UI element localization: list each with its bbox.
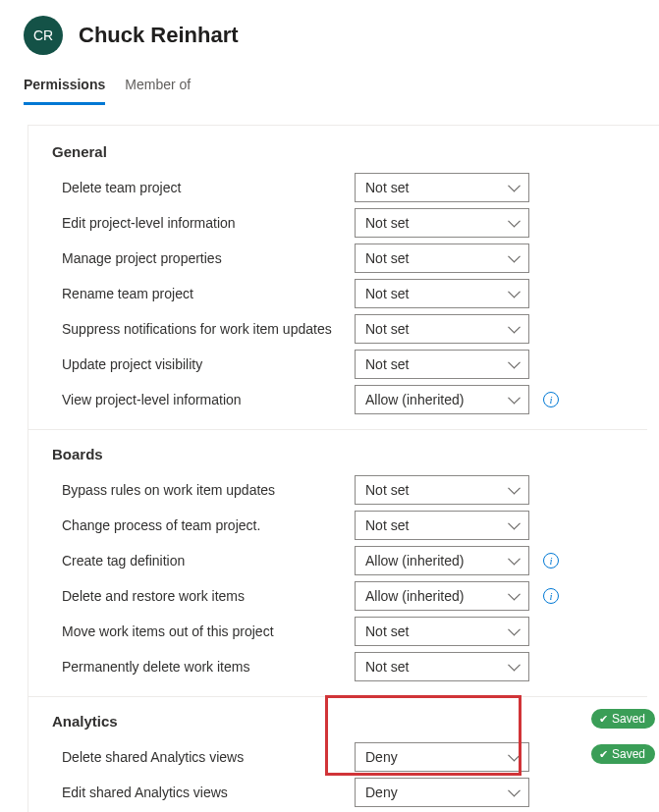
tab-permissions[interactable]: Permissions (24, 71, 105, 105)
perm-label: Manage project properties (52, 250, 347, 266)
perm-value: Allow (inherited) (365, 553, 464, 568)
info-icon[interactable]: i (543, 553, 559, 568)
perm-label: Delete shared Analytics views (52, 749, 347, 765)
perm-value: Not set (365, 250, 409, 266)
perm-label: Move work items out of this project (52, 623, 347, 639)
info-icon[interactable]: i (543, 588, 559, 604)
perm-select[interactable]: Not set (355, 652, 529, 681)
perm-select[interactable]: Allow (inherited) (355, 546, 529, 575)
perm-select[interactable]: Allow (inherited) (355, 385, 529, 414)
perm-label: Edit project-level information (52, 215, 347, 231)
perm-label: Delete and restore work items (52, 588, 347, 604)
perm-select[interactable]: Deny (355, 778, 529, 807)
perm-label: Change process of team project. (52, 517, 347, 533)
perm-select[interactable]: Not set (355, 617, 529, 646)
saved-badge: ✔ Saved (591, 744, 655, 764)
saved-badge: ✔ Saved (591, 709, 655, 729)
section-title-analytics: Analytics (52, 713, 647, 730)
perm-select[interactable]: Not set (355, 511, 529, 540)
check-icon: ✔ (599, 748, 608, 761)
perm-value: Not set (365, 659, 409, 675)
perm-select[interactable]: Not set (355, 208, 529, 238)
perm-value: Not set (365, 356, 409, 372)
section-title-general: General (52, 143, 647, 160)
perm-label: Edit shared Analytics views (52, 785, 347, 800)
perm-value: Not set (365, 517, 409, 533)
perm-label: Permanently delete work items (52, 659, 347, 675)
info-icon[interactable]: i (543, 392, 559, 407)
perm-value: Deny (365, 749, 398, 765)
perm-select[interactable]: Not set (355, 314, 529, 344)
divider (28, 429, 647, 430)
perm-select[interactable]: Not set (355, 244, 529, 273)
perm-value: Not set (365, 180, 409, 195)
perm-select[interactable]: Deny (355, 742, 529, 772)
perm-value: Allow (inherited) (365, 392, 464, 407)
perm-label: View project-level information (52, 392, 347, 407)
tab-member-of[interactable]: Member of (125, 71, 191, 105)
perm-value: Allow (inherited) (365, 588, 464, 604)
perm-label: Create tag definition (52, 553, 347, 568)
divider (28, 696, 647, 697)
perm-label: Bypass rules on work item updates (52, 482, 347, 498)
perm-select[interactable]: Not set (355, 173, 529, 202)
perm-select[interactable]: Not set (355, 279, 529, 308)
perm-select[interactable]: Not set (355, 350, 529, 379)
perm-label: Rename team project (52, 286, 347, 301)
perm-label: Suppress notifications for work item upd… (52, 321, 347, 337)
perm-value: Deny (365, 785, 398, 800)
section-title-boards: Boards (52, 446, 647, 462)
perm-label: Delete team project (52, 180, 347, 195)
perm-select[interactable]: Not set (355, 475, 529, 505)
perm-value: Not set (365, 623, 409, 639)
saved-label: Saved (612, 712, 645, 726)
perm-value: Not set (365, 482, 409, 498)
perm-select[interactable]: Allow (inherited) (355, 581, 529, 611)
perm-label: Update project visibility (52, 356, 347, 372)
perm-value: Not set (365, 286, 409, 301)
avatar: CR (24, 16, 63, 55)
page-title: Chuck Reinhart (79, 23, 239, 48)
saved-label: Saved (612, 747, 645, 761)
perm-value: Not set (365, 215, 409, 231)
perm-value: Not set (365, 321, 409, 337)
check-icon: ✔ (599, 713, 608, 726)
